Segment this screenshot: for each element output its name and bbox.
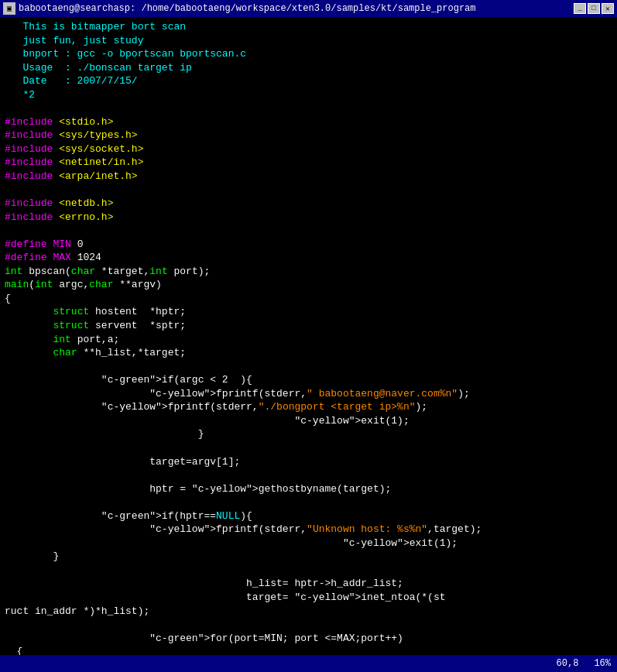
code-line: #include <sys/types.h> (5, 129, 612, 142)
code-line: #include <errno.h> (5, 211, 612, 225)
maximize-button[interactable]: □ (588, 3, 600, 14)
code-line: "c-yellow">exit(1); (5, 414, 612, 428)
code-line: #include <netdb.h> (5, 197, 612, 211)
code-line: } (5, 550, 612, 564)
title-text: babootaeng@searchasp: /home/babootaeng/w… (19, 3, 476, 14)
code-line: #include <arpa/inet.h> (5, 170, 612, 183)
code-area: This is bitmapper bort scan just fun, ju… (0, 17, 617, 655)
code-line: #include <netinet/in.h> (5, 156, 612, 170)
code-line (5, 564, 612, 578)
code-line: int bpscan(char *target,int port); (5, 265, 612, 279)
code-line: #define MIN 0 (5, 238, 612, 252)
code-line: #define MAX 1024 (5, 251, 612, 265)
cursor-position: 60,8 (557, 658, 579, 669)
code-line (5, 468, 612, 482)
code-line: #include <sys/socket.h> (5, 142, 612, 156)
code-line (5, 101, 612, 115)
code-line: target=argv[1]; (5, 455, 612, 469)
code-line: h_list= hptr->h_addr_list; (5, 577, 612, 591)
title-bar: ▣ babootaeng@searchasp: /home/babootaeng… (0, 0, 617, 17)
code-line: { (5, 292, 612, 306)
code-line: Usage : ./bonscan target ip (5, 61, 612, 75)
code-line: ruct in_addr *)*h_list); (5, 605, 612, 619)
status-bar: 60,8 16% (0, 655, 617, 672)
code-line: } (5, 427, 612, 441)
minimize-button[interactable]: _ (574, 3, 586, 14)
code-line: target= "c-yellow">inet_ntoa(*(st (5, 591, 612, 605)
code-line: "c-yellow">fprintf(stderr,"Unknown host:… (5, 523, 612, 537)
code-line (5, 495, 612, 509)
code-line (5, 183, 612, 197)
code-line: #include <stdio.h> (5, 115, 612, 129)
code-line: main(int argc,char **argv) (5, 278, 612, 292)
code-line: hptr = "c-yellow">gethostbyname(target); (5, 482, 612, 496)
code-line: just fun, just study (5, 34, 612, 48)
code-line: Date : 2007/7/15/ (5, 74, 612, 88)
code-line: int port,a; (5, 333, 612, 347)
code-line (5, 441, 612, 455)
close-button[interactable]: ✕ (602, 3, 614, 14)
code-line (5, 360, 612, 374)
code-line: "c-green">if(argc < 2 ){ (5, 373, 612, 387)
code-line: *2 (5, 88, 612, 102)
code-line: struct hostent *hptr; (5, 305, 612, 319)
title-icon: ▣ (3, 2, 15, 15)
code-line: char **h_list,*target; (5, 346, 612, 360)
code-line: "c-yellow">fprintf(stderr," babootaeng@n… (5, 387, 612, 401)
code-line: "c-green">if(hptr==NULL){ (5, 509, 612, 523)
code-line: "c-yellow">fprintf(stderr,"./bongport <t… (5, 400, 612, 414)
code-line: bnport : gcc -o bportscan bportscan.c (5, 47, 612, 61)
code-line: struct servent *sptr; (5, 319, 612, 333)
code-line: { (5, 645, 612, 655)
code-line: "c-yellow">exit(1); (5, 537, 612, 550)
code-line: "c-green">for(port=MIN; port <=MAX;port+… (5, 632, 612, 646)
code-line (5, 618, 612, 632)
code-line (5, 224, 612, 238)
code-line: This is bitmapper bort scan (5, 20, 612, 34)
zoom-level: 16% (594, 658, 611, 669)
